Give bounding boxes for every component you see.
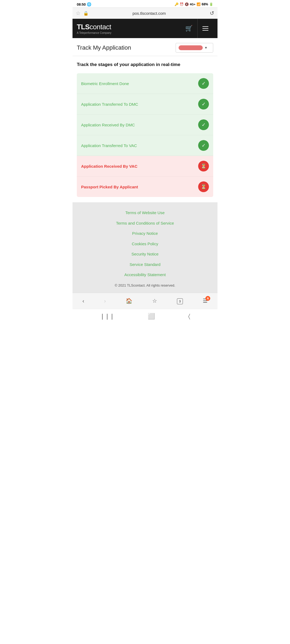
stage-label: Application Transferred To DMC [81, 102, 138, 107]
tabs-count: 3 [177, 298, 183, 304]
footer-link-accessibility[interactable]: Accessibility Statement [77, 272, 213, 278]
menu-line-2 [202, 28, 208, 29]
stage-received-vac: Application Received By VAC ⏳ [77, 156, 213, 177]
stages-list: Biometric Enrollment Done ✓ Application … [77, 73, 213, 197]
menu-line-1 [202, 26, 208, 27]
battery-icon: 🔋 [209, 2, 213, 6]
browser-back-button[interactable]: ‹ [80, 297, 86, 305]
logo-contact: contact [90, 23, 111, 31]
notification-badge: N [205, 296, 210, 301]
status-icons-area: 🔑 ⏰ 🔇 4G+ 📶 68% 🔋 [175, 2, 213, 6]
stage-transferred-vac: Application Transferred To VAC ✓ [77, 135, 213, 156]
ssl-lock-icon: 🔒 [83, 11, 89, 16]
redacted-country [179, 45, 203, 50]
android-recent-button[interactable]: 〈 [188, 313, 190, 320]
country-selected-text [179, 45, 203, 50]
mute-icon: 🔇 [185, 2, 189, 6]
carrier-icon: 🌐 [87, 2, 91, 6]
stage-label: Application Received By VAC [81, 164, 137, 169]
browser-nav-bar: ‹ › 🏠 ☆ 3 ☰ N [73, 293, 218, 309]
favorite-icon[interactable]: ☆ [76, 10, 81, 16]
stage-transferred-dmc: Application Transferred To DMC ✓ [77, 94, 213, 115]
country-selector[interactable]: ▼ [176, 43, 213, 53]
logo-area[interactable]: TLScontact A Teleperformance Company [77, 23, 180, 34]
footer-link-service-standard[interactable]: Service Standard [77, 262, 213, 268]
status-time-area: 08:50 🌐 [77, 2, 91, 6]
cart-button[interactable]: 🛒 [180, 19, 198, 38]
footer-link-privacy[interactable]: Privacy Notice [77, 230, 213, 237]
stage-passport-picked: Passport Picked By Applicant ⏳ [77, 177, 213, 197]
header-actions: 🛒 [180, 19, 213, 38]
browser-home-button[interactable]: 🏠 [124, 297, 135, 305]
footer-link-security[interactable]: Security Notice [77, 251, 213, 257]
completed-icon: ✓ [198, 140, 209, 151]
menu-button[interactable] [198, 19, 213, 38]
logo-tagline: A Teleperformance Company [77, 31, 180, 34]
footer-link-cookies[interactable]: Cookies Policy [77, 241, 213, 247]
stage-biometric: Biometric Enrollment Done ✓ [77, 73, 213, 94]
footer-link-terms-website[interactable]: Terms of Website Use [77, 210, 213, 216]
logo: TLScontact [77, 23, 180, 31]
browser-tabs-button[interactable]: 3 [175, 297, 185, 305]
main-content: Track the stages of your application in … [73, 56, 218, 202]
chevron-down-icon: ▼ [204, 46, 208, 50]
battery-display: 68% [202, 2, 208, 6]
stage-label: Biometric Enrollment Done [81, 81, 129, 86]
completed-icon: ✓ [198, 119, 209, 130]
status-bar: 08:50 🌐 🔑 ⏰ 🔇 4G+ 📶 68% 🔋 [73, 0, 218, 8]
android-home-button[interactable]: ⬜ [148, 313, 155, 320]
key-icon: 🔑 [175, 2, 179, 6]
footer: Terms of Website Use Terms and Condition… [73, 202, 218, 293]
track-subtitle: Track the stages of your application in … [77, 61, 213, 68]
url-bar[interactable]: pos.tlscontact.com [91, 11, 207, 16]
data-icon: 4G+ [190, 3, 195, 6]
android-nav-bar: ❘❘❘ ⬜ 〈 [73, 309, 218, 324]
browser-forward-button[interactable]: › [102, 297, 108, 305]
page-title: Track My Application [77, 44, 131, 51]
completed-icon: ✓ [198, 78, 209, 89]
footer-link-terms-service[interactable]: Terms and Conditions of Service [77, 220, 213, 226]
stage-label: Application Transferred To VAC [81, 143, 137, 148]
footer-copyright: © 2021 TLScontact. All rights reserved. [77, 283, 213, 287]
browser-menu-button[interactable]: ☰ N [201, 297, 210, 305]
completed-icon: ✓ [198, 99, 209, 109]
site-header: TLScontact A Teleperformance Company 🛒 [73, 19, 218, 38]
logo-tls: TLS [77, 23, 90, 31]
time-display: 08:50 [77, 2, 86, 6]
browser-bar: ☆ 🔒 pos.tlscontact.com ↺ [73, 8, 218, 19]
menu-line-3 [202, 30, 208, 31]
alarm-icon: ⏰ [180, 2, 184, 6]
stage-received-dmc: Application Received By DMC ✓ [77, 115, 213, 135]
android-back-button[interactable]: ❘❘❘ [100, 313, 114, 320]
browser-bookmark-button[interactable]: ☆ [150, 297, 159, 305]
pending-icon: ⏳ [198, 181, 209, 192]
pending-icon: ⏳ [198, 161, 209, 171]
stage-label: Passport Picked By Applicant [81, 185, 138, 189]
cart-icon: 🛒 [185, 25, 193, 32]
page-title-bar: Track My Application ▼ [73, 38, 218, 56]
signal-icon: 📶 [197, 2, 201, 6]
refresh-icon[interactable]: ↺ [210, 10, 214, 16]
stage-label: Application Received By DMC [81, 123, 135, 127]
